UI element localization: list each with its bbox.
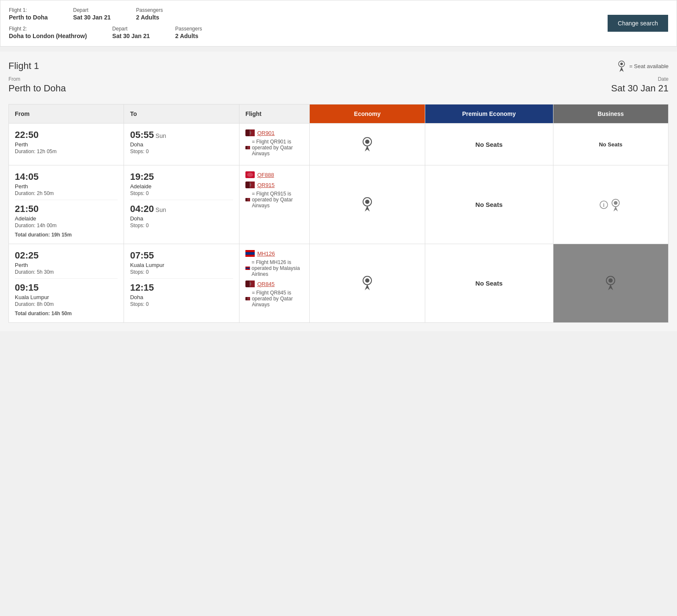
premium-economy-cell: No Seats bbox=[425, 244, 553, 323]
from-date-row: From Perth to Doha Date Sat 30 Jan 21 bbox=[8, 76, 669, 97]
svg-rect-30 bbox=[245, 255, 255, 257]
flight-cell: MH126 = Flight MH126 is operated by Mala… bbox=[239, 244, 309, 323]
col-header-to: To bbox=[124, 104, 239, 124]
svg-marker-1 bbox=[619, 67, 624, 72]
from-cell: 22:50PerthDuration: 12h 05m bbox=[9, 124, 124, 165]
flight-1-route: Perth to Doha bbox=[9, 14, 48, 21]
seat-legend-text: = Seat available bbox=[629, 63, 669, 69]
svg-point-26 bbox=[614, 201, 618, 205]
section-header: Flight 1 = Seat available bbox=[8, 60, 669, 72]
flight-link[interactable]: QR915 bbox=[257, 182, 275, 188]
flight-link[interactable]: QR901 bbox=[257, 130, 275, 136]
col-header-economy: Economy bbox=[310, 104, 425, 124]
flight-1-label: Flight 1: bbox=[9, 7, 48, 13]
col-header-premium: Premium Economy bbox=[425, 104, 553, 124]
to-cell: 19:25AdelaideStops: 004:20 SunDohaStops:… bbox=[124, 165, 239, 244]
flight-1-passengers-value: 2 Adults bbox=[136, 14, 163, 21]
seat-legend: = Seat available bbox=[616, 60, 669, 72]
business-cell[interactable] bbox=[553, 244, 669, 323]
from-cell: 14:05PerthDuration: 2h 50m21:50AdelaideD… bbox=[9, 165, 124, 244]
flight-link[interactable]: MH126 bbox=[257, 250, 275, 257]
results-table: From To Flight Economy Premium Economy B… bbox=[8, 104, 669, 323]
flight-cell: QR901 = Flight QR901 is operated by Qata… bbox=[239, 124, 309, 165]
from-route: Perth to Doha bbox=[8, 83, 66, 94]
svg-marker-11 bbox=[365, 146, 370, 151]
premium-economy-cell: No Seats bbox=[425, 124, 553, 165]
col-header-from: From bbox=[9, 104, 124, 124]
svg-marker-22 bbox=[365, 206, 370, 212]
table-row: 22:50PerthDuration: 12h 05m 05:55 SunDoh… bbox=[9, 124, 669, 165]
seat-available-icon bbox=[616, 60, 627, 72]
svg-marker-42 bbox=[365, 284, 370, 290]
svg-rect-32 bbox=[245, 267, 250, 267]
from-label: From bbox=[8, 76, 66, 82]
svg-marker-27 bbox=[614, 206, 618, 211]
header-panel: Flight 1: Perth to Doha Depart Sat 30 Ja… bbox=[0, 0, 677, 47]
svg-rect-33 bbox=[245, 269, 250, 270]
to-cell: 05:55 SunDohaStops: 0 bbox=[124, 124, 239, 165]
business-cell[interactable]: i bbox=[553, 165, 669, 244]
to-cell: 07:55Kuala LumpurStops: 012:15DohaStops:… bbox=[124, 244, 239, 323]
svg-point-44 bbox=[608, 278, 613, 283]
svg-point-13 bbox=[247, 173, 253, 177]
svg-rect-29 bbox=[245, 250, 255, 252]
business-cell: No Seats bbox=[553, 124, 669, 165]
economy-cell[interactable] bbox=[310, 165, 425, 244]
col-header-flight: Flight bbox=[239, 104, 309, 124]
svg-text:i: i bbox=[603, 202, 605, 208]
date-label: Date bbox=[611, 76, 669, 82]
flight-1-depart-label: Depart bbox=[73, 7, 111, 13]
svg-point-2 bbox=[620, 63, 623, 65]
from-cell: 02:25PerthDuration: 5h 30m09:15Kuala Lum… bbox=[9, 244, 124, 323]
flight-2-passengers-value: 2 Adults bbox=[175, 33, 202, 39]
svg-marker-45 bbox=[608, 284, 613, 290]
flight-2-route: Doha to London (Heathrow) bbox=[9, 33, 87, 39]
flight-1-info: Flight 1: Perth to Doha Depart Sat 30 Ja… bbox=[9, 7, 202, 21]
flight-1-passengers-label: Passengers bbox=[136, 7, 163, 13]
flight-link[interactable]: QR845 bbox=[257, 281, 275, 287]
main-content: Flight 1 = Seat available From Perth to … bbox=[0, 52, 677, 331]
table-row: 14:05PerthDuration: 2h 50m21:50AdelaideD… bbox=[9, 165, 669, 244]
flight-2-passengers-label: Passengers bbox=[175, 26, 202, 32]
date-value: Sat 30 Jan 21 bbox=[611, 83, 669, 94]
flight-2-depart-label: Depart bbox=[112, 26, 150, 32]
section-title: Flight 1 bbox=[8, 60, 39, 72]
economy-cell[interactable] bbox=[310, 124, 425, 165]
svg-point-21 bbox=[365, 200, 369, 204]
flight-cell: QF888 QR915 = Flight QR915 is operated b… bbox=[239, 165, 309, 244]
table-row: 02:25PerthDuration: 5h 30m09:15Kuala Lum… bbox=[9, 244, 669, 323]
flight-link[interactable]: QF888 bbox=[257, 172, 274, 178]
economy-cell[interactable] bbox=[310, 244, 425, 323]
svg-point-10 bbox=[365, 140, 369, 144]
flight-1-depart-value: Sat 30 Jan 21 bbox=[73, 14, 111, 21]
flight-2-depart-value: Sat 30 Jan 21 bbox=[112, 33, 150, 39]
premium-economy-cell: No Seats bbox=[425, 165, 553, 244]
flight-2-info: Flight 2: Doha to London (Heathrow) Depa… bbox=[9, 26, 202, 39]
flight-info-rows: Flight 1: Perth to Doha Depart Sat 30 Ja… bbox=[9, 7, 202, 39]
change-search-button[interactable]: Change search bbox=[608, 15, 668, 32]
flight-2-label: Flight 2: bbox=[9, 26, 87, 32]
svg-point-41 bbox=[365, 278, 369, 283]
col-header-business: Business bbox=[553, 104, 669, 124]
